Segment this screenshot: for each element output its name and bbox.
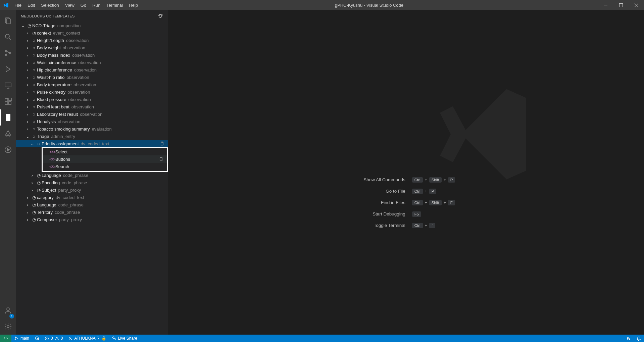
accounts-icon[interactable]: 1 <box>0 302 16 319</box>
tree-item-priority-assignment[interactable]: ⌄ ○ Priority assignment dv_coded_text <box>16 140 168 147</box>
node-icon: ◔ <box>31 202 37 207</box>
chevron-right-icon: › <box>24 67 31 72</box>
window-title: gPHC-Kyushu - Visual Studio Code <box>141 3 598 8</box>
status-sync[interactable] <box>32 335 42 342</box>
menu-go[interactable]: Go <box>78 1 89 9</box>
tree-item-label: Tobacco smoking summary <box>37 127 90 132</box>
activity-bar: 1 <box>0 10 16 335</box>
tree-item[interactable]: ›○Urinalysisobservation <box>16 118 168 125</box>
status-bell-icon[interactable] <box>634 335 644 342</box>
menu-help[interactable]: Help <box>126 1 141 9</box>
accounts-badge: 1 <box>9 314 14 319</box>
tree-option-search[interactable]: </> Search <box>43 163 167 170</box>
maximize-button[interactable] <box>613 0 629 10</box>
svg-point-15 <box>7 308 9 310</box>
chevron-right-icon: › <box>24 31 31 36</box>
tree-item[interactable]: ›◔Subjectparty_proxy <box>16 186 168 194</box>
status-user[interactable]: ATHULKNAIR 🔒 <box>65 335 109 342</box>
tree-item[interactable]: ›◔contextevent_context <box>16 29 168 37</box>
tree-item-desc: evaluation <box>92 127 112 132</box>
tree-option-select[interactable]: </> Select <box>43 148 167 155</box>
status-bar: main 0 0 ATHULKNAIR 🔒 Live Share <box>0 335 644 342</box>
tree-item[interactable]: ›○Blood pressureobservation <box>16 96 168 103</box>
titlebar: File Edit Selection View Go Run Terminal… <box>0 0 644 10</box>
tree-item-triage[interactable]: ⌄ ○ Triage admin_entry <box>16 133 168 140</box>
tree-item[interactable]: ›○Body weightobservation <box>16 44 168 51</box>
extensions-icon[interactable] <box>0 93 16 109</box>
status-problems[interactable]: 0 0 <box>42 335 65 342</box>
azure-icon[interactable] <box>0 126 16 142</box>
tree-item[interactable]: ›○Pulse oximetryobservation <box>16 88 168 96</box>
tree-item[interactable]: ›○Waist-hip ratioobservation <box>16 74 168 81</box>
run-debug-icon[interactable] <box>0 61 16 77</box>
tree-item[interactable]: ›○Tobacco smoking summaryevaluation <box>16 125 168 133</box>
explorer-icon[interactable] <box>0 13 16 29</box>
menu-view[interactable]: View <box>62 1 77 9</box>
tree-item[interactable]: ›◔Languagecode_phrase <box>16 201 168 208</box>
status-branch-label: main <box>20 336 29 341</box>
chevron-right-icon: › <box>24 104 31 109</box>
tree-item[interactable]: ›○Pulse/Heart beatobservation <box>16 103 168 110</box>
tree-item[interactable]: ›◔Languagecode_phrase <box>16 172 168 179</box>
node-icon: ◔ <box>31 210 37 215</box>
node-icon: ○ <box>31 53 37 58</box>
chevron-right-icon: › <box>24 217 31 222</box>
refresh-icon[interactable] <box>158 13 163 19</box>
circle-icon: ○ <box>31 134 37 139</box>
shortcut-label: Toggle Terminal <box>374 223 405 228</box>
tree-item[interactable]: ›◔Territorycode_phrase <box>16 208 168 216</box>
menu-selection[interactable]: Selection <box>38 1 61 9</box>
status-errors-count: 0 <box>51 336 53 341</box>
composition-icon: ◔ <box>26 23 32 28</box>
tree-item[interactable]: ›◔Encodingcode_phrase <box>16 179 168 186</box>
tree-item-desc: code_phrase <box>62 180 87 185</box>
tree-item[interactable]: ›○Height/Lengthobservation <box>16 37 168 44</box>
node-icon: ○ <box>31 90 37 95</box>
tree-item-label: Laboratory test result <box>37 112 78 117</box>
tree-item-label: category <box>37 195 54 200</box>
tree-root[interactable]: ⌄ ◔ NCD-Triage composition <box>16 22 168 29</box>
node-icon: ○ <box>31 45 37 50</box>
tree-item[interactable]: ›○Body mass indexobservation <box>16 51 168 59</box>
remote-indicator[interactable] <box>0 335 11 342</box>
minimize-button[interactable] <box>598 0 613 10</box>
menu-terminal[interactable]: Terminal <box>104 1 126 9</box>
tree-item[interactable]: ›◔Composerparty_proxy <box>16 216 168 223</box>
tree-item[interactable]: ›○Body temperatureobservation <box>16 81 168 88</box>
clipboard-icon[interactable] <box>160 141 164 146</box>
search-icon[interactable] <box>0 29 16 45</box>
template-tree: ⌄ ◔ NCD-Triage composition ›◔contexteven… <box>16 22 168 223</box>
tree-item-desc: observation <box>71 104 94 109</box>
svg-rect-0 <box>604 5 607 5</box>
shortcut-find-in-files: Find in Files Ctrl+Shift+F <box>363 200 448 205</box>
svg-rect-3 <box>6 19 10 24</box>
menu-run[interactable]: Run <box>90 1 103 9</box>
status-live-share[interactable]: Live Share <box>109 335 140 342</box>
tree-item[interactable]: ›○Hip circumferenceobservation <box>16 66 168 74</box>
svg-point-7 <box>9 52 11 54</box>
svg-rect-11 <box>8 102 11 104</box>
tree-option-buttons[interactable]: </> Buttons <box>43 155 167 163</box>
shortcut-keys: Ctrl+P <box>412 189 448 194</box>
chevron-right-icon: › <box>29 173 36 178</box>
status-feedback-icon[interactable] <box>623 335 634 342</box>
tree-item[interactable]: ›○Waist circumferenceobservation <box>16 59 168 66</box>
source-control-icon[interactable] <box>0 45 16 61</box>
menu-edit[interactable]: Edit <box>25 1 38 9</box>
close-button[interactable] <box>629 0 644 10</box>
node-icon: ○ <box>31 67 37 72</box>
remote-explorer-icon[interactable] <box>0 77 16 93</box>
status-branch[interactable]: main <box>11 335 32 342</box>
vscode-logo-icon <box>0 2 12 8</box>
tree-item-label: Encoding <box>42 180 60 185</box>
tree-item[interactable]: ›○Laboratory test resultobservation <box>16 110 168 118</box>
clipboard-icon[interactable] <box>159 157 163 161</box>
chevron-right-icon: › <box>24 82 31 87</box>
live-preview-icon[interactable] <box>0 142 16 158</box>
chevron-right-icon: › <box>24 119 31 124</box>
tree-item[interactable]: ›◔categorydv_coded_text <box>16 194 168 201</box>
menu-file[interactable]: File <box>12 1 24 9</box>
svg-point-4 <box>5 34 9 38</box>
settings-gear-icon[interactable] <box>0 319 16 335</box>
medblocks-ui-icon[interactable] <box>0 109 16 126</box>
